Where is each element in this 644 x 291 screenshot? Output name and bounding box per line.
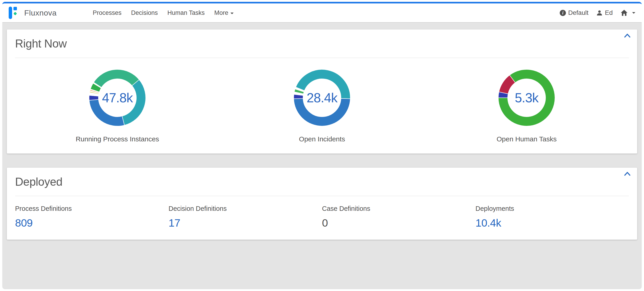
deployed-title: Deployed	[15, 174, 629, 189]
user-label: Ed	[605, 9, 613, 16]
panel-divider	[15, 58, 629, 58]
right-now-title: Right Now	[15, 36, 629, 51]
stat-value-link[interactable]: 17	[168, 216, 322, 229]
deployed-stats-row: Process Definitions 809 Decision Definit…	[15, 205, 629, 229]
right-now-panel: Right Now 47.8k Running Process Instance…	[7, 30, 637, 154]
top-navbar: Fluxnova Processes Decisions Human Tasks…	[2, 4, 642, 22]
dashboard-content: Right Now 47.8k Running Process Instance…	[2, 22, 642, 240]
deployed-collapse-button[interactable]	[624, 171, 631, 177]
logo-square-shape	[14, 7, 17, 10]
stat-value: 0	[322, 216, 476, 229]
open-incidents-chart[interactable]: 28.4k Open Incidents	[220, 69, 424, 143]
info-icon: i	[560, 10, 566, 16]
engine-label: Default	[568, 9, 588, 16]
chevron-down-icon	[632, 12, 635, 15]
logo-bar-shape	[9, 6, 12, 19]
chevron-down-icon	[230, 12, 234, 16]
panel-divider	[15, 196, 629, 196]
donut-chart: 5.3k	[498, 69, 556, 126]
donut-center-value: 47.8k	[88, 69, 146, 126]
stat-case-definitions: Case Definitions 0	[322, 205, 476, 229]
home-icon	[620, 9, 628, 16]
chevron-up-icon	[624, 33, 631, 38]
nav-link-human-tasks[interactable]: Human Tasks	[168, 9, 204, 16]
app-window: Fluxnova Processes Decisions Human Tasks…	[2, 2, 642, 289]
chart-label: Open Incidents	[299, 135, 345, 143]
stat-deployments: Deployments 10.4k	[476, 205, 629, 229]
nav-link-processes[interactable]: Processes	[93, 9, 122, 16]
chart-label: Running Process Instances	[76, 135, 159, 143]
nav-menu-more[interactable]: More	[214, 9, 234, 16]
stat-label: Decision Definitions	[168, 205, 322, 212]
stat-value-link[interactable]: 809	[15, 216, 168, 229]
right-now-collapse-button[interactable]	[624, 33, 631, 38]
engine-selector[interactable]: i Default	[560, 9, 588, 16]
logo-diamond-shape	[14, 12, 17, 16]
stat-label: Process Definitions	[15, 205, 168, 212]
donut-center-value: 5.3k	[498, 69, 556, 126]
donut-chart: 28.4k	[293, 69, 351, 126]
stat-process-definitions: Process Definitions 809	[15, 205, 168, 229]
stat-decision-definitions: Decision Definitions 17	[168, 205, 322, 229]
stat-label: Case Definitions	[322, 205, 476, 212]
apps-home-menu[interactable]	[620, 9, 635, 16]
running-process-instances-chart[interactable]: 47.8k Running Process Instances	[15, 69, 220, 143]
brand-name[interactable]: Fluxnova	[24, 8, 57, 17]
chart-label: Open Human Tasks	[497, 135, 557, 143]
user-icon	[596, 10, 603, 16]
donut-center-value: 28.4k	[293, 69, 351, 126]
stat-label: Deployments	[476, 205, 629, 212]
nav-link-decisions[interactable]: Decisions	[131, 9, 158, 16]
user-menu[interactable]: Ed	[596, 9, 613, 16]
chevron-up-icon	[624, 171, 631, 177]
deployed-panel: Deployed Process Definitions 809 Decisio…	[7, 168, 637, 240]
donut-charts-row: 47.8k Running Process Instances 28.4k Op…	[15, 69, 629, 143]
stat-value-link[interactable]: 10.4k	[476, 216, 629, 229]
nav-more-label: More	[214, 9, 228, 16]
primary-nav: Processes Decisions Human Tasks More	[93, 9, 234, 16]
donut-chart: 47.8k	[88, 69, 146, 126]
brand-logo-icon[interactable]	[9, 6, 19, 20]
navbar-right-group: i Default Ed	[560, 9, 635, 16]
open-human-tasks-chart[interactable]: 5.3k Open Human Tasks	[424, 69, 629, 143]
